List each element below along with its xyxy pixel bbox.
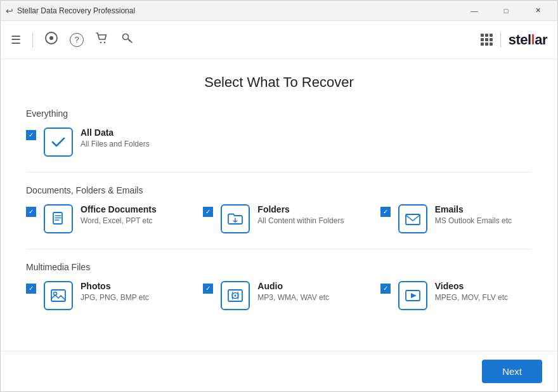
- emails-icon: [404, 210, 422, 228]
- photos-checkbox-wrap: ✓: [26, 284, 36, 294]
- svg-point-15: [235, 295, 237, 297]
- apps-grid-icon[interactable]: [481, 34, 493, 46]
- divider-1: [26, 172, 532, 173]
- office-docs-checkbox[interactable]: ✓: [26, 207, 36, 217]
- folders-title: Folders: [257, 204, 344, 214]
- office-docs-text: Office Documents Word, Excel, PPT etc: [81, 204, 157, 225]
- photos-title: Photos: [81, 281, 149, 291]
- audio-title: Audio: [257, 281, 329, 291]
- emails-icon-box: [398, 204, 427, 233]
- audio-icon: [226, 287, 244, 304]
- office-docs-subtitle: Word, Excel, PPT etc: [81, 216, 157, 225]
- multimedia-items-row: ✓ Photos JPG, PNG, BMP etc: [26, 281, 532, 310]
- office-docs-icon: [50, 211, 67, 227]
- main-content: Select What To Recover Everything ✓ All …: [1, 59, 557, 351]
- emails-checkbox[interactable]: ✓: [380, 207, 391, 217]
- item-office-documents: ✓ Office Documents Word, Excel, PPT etc: [26, 204, 178, 233]
- audio-checkbox[interactable]: ✓: [203, 284, 213, 294]
- photos-check-icon: ✓: [29, 285, 34, 292]
- documents-items-row: ✓ Office Documents Word, Excel, PPT etc: [26, 204, 532, 233]
- folders-icon-box: [221, 204, 250, 233]
- audio-checkbox-wrap: ✓: [203, 284, 213, 294]
- office-docs-title: Office Documents: [81, 204, 157, 214]
- emails-checkbox-wrap: ✓: [380, 207, 391, 217]
- folders-icon: [226, 210, 244, 228]
- photos-text: Photos JPG, PNG, BMP etc: [81, 281, 149, 302]
- back-icon[interactable]: ↩: [6, 6, 13, 16]
- all-data-subtitle: All Files and Folders: [81, 140, 150, 148]
- audio-check-icon: ✓: [205, 285, 211, 292]
- svg-point-2: [100, 42, 101, 43]
- emails-text: Emails MS Outlook Emails etc: [435, 204, 512, 225]
- svg-point-3: [104, 42, 105, 43]
- photos-subtitle: JPG, PNG, BMP etc: [81, 293, 149, 302]
- item-emails: ✓ Emails MS Outlook Emails etc: [380, 204, 532, 233]
- videos-icon: [404, 287, 422, 304]
- videos-text: Videos MPEG, MOV, FLV etc: [435, 281, 508, 302]
- toolbar-right: stellar: [481, 32, 547, 48]
- videos-title: Videos: [435, 281, 508, 291]
- maximize-button[interactable]: □: [491, 1, 521, 21]
- all-data-icon: [49, 133, 67, 151]
- minimize-button[interactable]: —: [460, 1, 489, 21]
- item-audio: ✓ Audio MP3, WMA, WAV etc: [203, 281, 354, 310]
- emails-title: Emails: [435, 204, 512, 214]
- footer: Next: [1, 351, 557, 391]
- folders-check-icon: ✓: [205, 209, 211, 215]
- folders-checkbox[interactable]: ✓: [203, 207, 213, 217]
- title-bar-title: Stellar Data Recovery Professional: [17, 6, 135, 15]
- menu-icon[interactable]: ☰: [11, 33, 21, 47]
- audio-icon-box: [221, 281, 250, 310]
- folders-subtitle: All Content within Folders: [257, 216, 344, 225]
- key-icon[interactable]: [120, 31, 134, 48]
- svg-rect-10: [406, 214, 420, 225]
- all-data-icon-box: [44, 127, 73, 157]
- videos-icon-box: [398, 281, 427, 310]
- photos-icon: [49, 287, 67, 304]
- all-data-text: All Data All Files and Folders: [81, 127, 150, 148]
- svg-marker-17: [411, 293, 417, 298]
- office-docs-icon-box: [44, 204, 73, 233]
- audio-subtitle: MP3, WMA, WAV etc: [257, 293, 329, 302]
- section-everything-label: Everything: [26, 108, 532, 119]
- item-photos: ✓ Photos JPG, PNG, BMP etc: [26, 281, 178, 310]
- section-everything: Everything ✓ All Data All Files and Fold…: [26, 108, 532, 157]
- all-data-title: All Data: [81, 127, 150, 138]
- item-videos: ✓ Videos MPEG, MOV, FLV etc: [380, 281, 532, 310]
- videos-checkbox[interactable]: ✓: [380, 284, 391, 294]
- emails-subtitle: MS Outlook Emails etc: [435, 216, 512, 225]
- emails-check-icon: ✓: [383, 209, 388, 215]
- toolbar-separator: [32, 32, 33, 48]
- title-bar-left: ↩ Stellar Data Recovery Professional: [6, 6, 135, 16]
- audio-text: Audio MP3, WMA, WAV etc: [257, 281, 329, 302]
- all-data-check-icon: ✓: [29, 132, 34, 138]
- svg-point-1: [49, 36, 53, 40]
- all-data-checkbox-wrap: ✓: [26, 130, 36, 140]
- help-icon[interactable]: ?: [70, 33, 84, 47]
- toolbar: ☰ ?: [1, 21, 557, 59]
- section-multimedia: Multimedia Files ✓ Photos: [26, 262, 532, 310]
- next-button[interactable]: Next: [482, 360, 542, 383]
- svg-rect-11: [51, 290, 65, 301]
- history-icon[interactable]: [44, 31, 58, 48]
- divider-2: [26, 249, 532, 249]
- photos-checkbox[interactable]: ✓: [26, 284, 36, 294]
- everything-items-row: ✓ All Data All Files and Folders: [26, 127, 532, 157]
- toolbar-left: ☰ ?: [11, 31, 134, 48]
- section-documents-label: Documents, Folders & Emails: [26, 185, 532, 195]
- item-folders: ✓ Folders All Content within Folders: [203, 204, 354, 233]
- videos-subtitle: MPEG, MOV, FLV etc: [435, 293, 508, 302]
- office-docs-check-icon: ✓: [29, 209, 34, 215]
- cart-icon[interactable]: [95, 31, 109, 48]
- toolbar-separator-2: [500, 32, 501, 48]
- stellar-logo: stellar: [509, 32, 547, 48]
- videos-checkbox-wrap: ✓: [380, 284, 391, 294]
- item-all-data: ✓ All Data All Files and Folders: [26, 127, 532, 157]
- title-bar-controls: — □ ✕: [460, 1, 552, 21]
- all-data-checkbox[interactable]: ✓: [26, 130, 36, 140]
- close-button[interactable]: ✕: [523, 1, 552, 21]
- title-bar: ↩ Stellar Data Recovery Professional — □…: [1, 1, 557, 21]
- videos-check-icon: ✓: [383, 285, 388, 292]
- section-documents: Documents, Folders & Emails ✓: [26, 185, 532, 233]
- folders-checkbox-wrap: ✓: [203, 207, 213, 217]
